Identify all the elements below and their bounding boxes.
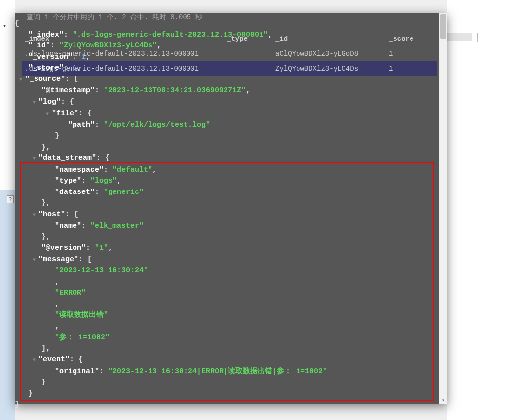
json-punct: :	[64, 31, 73, 39]
json-punct: :	[61, 98, 70, 106]
json-punct: :	[86, 244, 95, 252]
json-key: "original"	[55, 367, 99, 376]
json-key: "data_stream"	[38, 154, 96, 162]
collapse-icon[interactable]: ▼	[19, 75, 25, 86]
json-punct: ,	[55, 278, 59, 286]
json-punct: }	[41, 199, 46, 207]
json-punct: ,	[246, 86, 250, 95]
json-punct: :	[78, 109, 87, 117]
json-punct: ,	[86, 53, 90, 61]
json-key: "@timestamp"	[41, 86, 95, 95]
collapse-icon[interactable]: ▼	[33, 153, 38, 165]
json-punct: ,	[55, 300, 59, 308]
json-key: "dataset"	[55, 188, 95, 196]
json-punct: :	[73, 53, 81, 61]
left-gutter-highlight	[0, 190, 15, 420]
json-punct: :	[81, 177, 90, 185]
json-punct: ,	[55, 322, 59, 331]
json-punct: :	[81, 222, 90, 230]
collapse-icon[interactable]: ▼	[33, 97, 38, 109]
json-punct: :	[64, 64, 73, 72]
scrollbar-thumb[interactable]	[440, 14, 446, 39]
json-punct: :	[70, 355, 78, 364]
json-key: "_index"	[28, 31, 64, 39]
json-punct: ,	[108, 244, 112, 252]
right-panel-bg	[447, 0, 524, 420]
json-value: "elk_master"	[90, 222, 144, 230]
json-punct: {	[87, 109, 92, 117]
json-key: "_score"	[28, 64, 64, 72]
json-punct: :	[95, 188, 104, 196]
help-badge[interactable]: ?	[7, 195, 14, 203]
json-value: "2023-12-13T08:34:21.036909271Z"	[104, 86, 246, 95]
json-key: "event"	[38, 355, 70, 364]
right-gray-block	[447, 33, 472, 41]
json-key: "@version"	[41, 244, 86, 252]
json-key: "type"	[55, 177, 81, 185]
json-punct: }	[28, 389, 33, 398]
json-brace: {	[15, 19, 19, 28]
json-punct: :	[95, 86, 104, 95]
json-viewer-panel: ▾ 查询 1 个分片中用的 1 个. 2 命中. 耗时 0.005 秒 _ind…	[15, 13, 447, 404]
json-brace: }	[15, 400, 19, 409]
json-punct: :	[99, 367, 108, 376]
json-punct: }	[41, 233, 46, 241]
collapse-icon[interactable]: ▼	[46, 109, 52, 120]
json-key: "host"	[38, 210, 65, 219]
json-punct: :	[65, 75, 74, 83]
json-punct: ,	[117, 177, 121, 185]
json-value: "1"	[95, 244, 108, 252]
json-punct: {	[78, 355, 83, 364]
json-punct: :	[50, 41, 59, 50]
json-punct: ,	[46, 143, 50, 152]
json-punct: {	[74, 210, 78, 219]
json-punct: :	[78, 255, 87, 264]
json-punct: ,	[152, 166, 157, 174]
json-key: "_version"	[28, 53, 73, 61]
json-key: "name"	[55, 222, 81, 230]
json-key: "file"	[52, 109, 78, 117]
json-value: "ZylQYowBDXlz3-yLC4Ds"	[59, 41, 157, 50]
json-value: "/opt/elk/logs/test.log"	[104, 121, 210, 129]
json-value: 1	[81, 53, 86, 61]
json-value: "default"	[112, 166, 152, 174]
json-value: "logs"	[90, 177, 117, 185]
json-key: "path"	[68, 121, 95, 129]
json-key: "namespace"	[55, 166, 104, 174]
json-key: "log"	[38, 98, 61, 106]
json-punct: {	[70, 98, 74, 106]
json-punct: :	[65, 210, 74, 219]
json-punct: [	[87, 255, 92, 264]
json-value: "2023-12-13 16:30:24"	[55, 267, 148, 275]
json-punct: ]	[41, 344, 46, 353]
json-key: "_id"	[28, 41, 50, 50]
scrollbar-down-icon[interactable]: ▾	[440, 397, 446, 403]
json-value: "2023-12-13 16:30:24|ERROR|读取数据出错|参： i=1…	[108, 367, 327, 376]
json-punct: {	[74, 75, 78, 83]
json-punct: }	[55, 132, 59, 140]
json-punct: }	[41, 378, 46, 386]
json-punct: :	[96, 154, 105, 162]
json-value: "generic"	[104, 188, 144, 196]
json-tree[interactable]: { "_index": ".ds-logs-generic-default-20…	[15, 16, 437, 413]
chevron-down-icon[interactable]: ▾	[3, 22, 6, 30]
json-punct: {	[105, 154, 110, 162]
json-key: "message"	[38, 255, 78, 264]
json-punct: }	[41, 143, 46, 152]
json-punct: ,	[268, 31, 272, 39]
json-value: "参： i=1002"	[55, 333, 110, 342]
collapse-icon[interactable]: ▼	[33, 355, 38, 366]
collapse-icon[interactable]: ▼	[33, 255, 38, 266]
json-punct: :	[95, 121, 104, 129]
json-value: ".ds-logs-generic-default-2023.12.13-000…	[73, 31, 268, 39]
json-punct: ,	[157, 41, 161, 50]
json-value: 1	[73, 64, 77, 72]
json-punct: ,	[77, 64, 81, 72]
json-punct: ,	[46, 199, 50, 207]
json-punct: :	[104, 166, 112, 174]
json-punct: ,	[46, 233, 50, 241]
json-value: "读取数据出错"	[55, 311, 108, 319]
scrollbar-track[interactable]: ▾	[439, 13, 447, 404]
collapse-icon[interactable]: ▼	[33, 210, 38, 221]
json-value: "ERROR"	[55, 289, 86, 297]
